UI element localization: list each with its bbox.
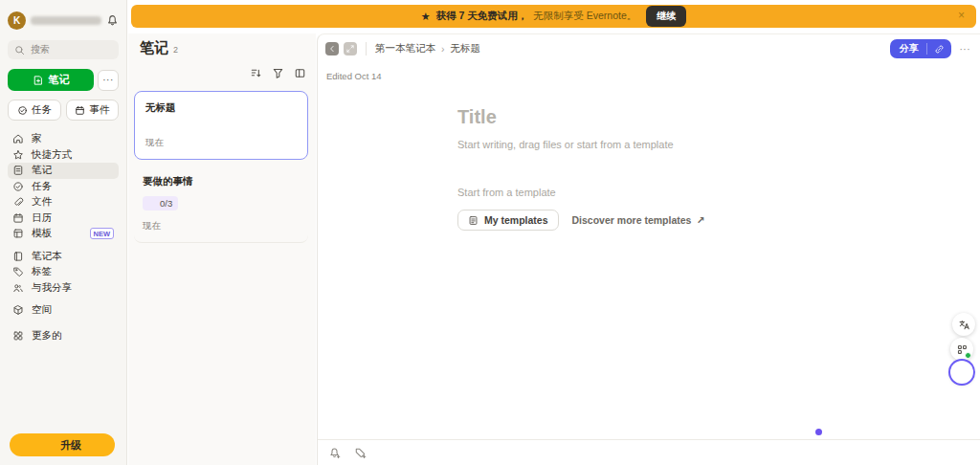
sidebar-item-tags[interactable]: 标签 — [8, 264, 119, 280]
template-actions: My templates Discover more templates ↗ — [457, 210, 980, 231]
chevron-left-icon — [327, 44, 337, 54]
sidebar-item-label: 笔记本 — [32, 250, 62, 263]
sidebar-item-label: 笔记 — [32, 164, 52, 177]
note-body-input[interactable]: Start writing, drag files or start from … — [457, 139, 980, 150]
username-redacted — [31, 16, 101, 25]
upgrade-button[interactable]: 升级 — [10, 433, 115, 456]
new-note-button[interactable]: 笔记 — [8, 69, 94, 91]
sidebar-item-templates[interactable]: 模板 NEW — [8, 226, 119, 242]
editor-panel: 第一本笔记本 › 无标题 分享 ··· Edited Oct 14 Title … — [317, 33, 980, 465]
sidebar-item-label: 模板 — [32, 227, 52, 240]
note-list-toolbar — [134, 67, 308, 79]
note-list-title: 笔记 — [140, 39, 168, 57]
nav-divider — [8, 319, 119, 328]
edited-timestamp: Edited Oct 14 — [318, 63, 980, 81]
events-quick-button[interactable]: 事件 — [66, 100, 120, 121]
search-placeholder: 搜索 — [31, 43, 50, 56]
note-title-input[interactable]: Title — [457, 106, 980, 128]
new-note-label: 笔记 — [49, 73, 70, 87]
sidebar-item-label: 与我分享 — [32, 281, 72, 295]
new-note-more-button[interactable]: ··· — [98, 70, 119, 91]
status-green-dot — [965, 352, 971, 359]
share-button[interactable]: 分享 — [890, 39, 951, 58]
sidebar-item-calendar[interactable]: 日历 — [8, 210, 119, 227]
view-layout-icon[interactable] — [294, 67, 306, 79]
breadcrumb-note[interactable]: 无标题 — [451, 42, 481, 55]
grid-icon — [12, 330, 24, 342]
template-doc-icon — [468, 215, 479, 226]
breadcrumb-separator: › — [441, 43, 445, 55]
sidebar-item-label: 家 — [32, 132, 42, 145]
sidebar-item-label: 日历 — [32, 211, 52, 225]
sidebar-item-shortcuts[interactable]: 快捷方式 — [8, 147, 119, 164]
star-outline-icon — [12, 149, 24, 161]
progress-check-icon — [146, 199, 156, 209]
note-more-button[interactable]: ··· — [960, 44, 971, 55]
reminder-bell-plus-icon[interactable] — [328, 447, 341, 459]
sidebar-item-more[interactable]: 更多的 — [8, 328, 119, 344]
cube-icon — [12, 304, 24, 316]
sidebar-item-spaces[interactable]: 空间 — [8, 302, 119, 319]
task-check-icon — [17, 105, 28, 116]
sidebar-item-notes[interactable]: 笔记 — [8, 163, 119, 179]
note-count: 2 — [173, 45, 178, 55]
translate-button[interactable] — [952, 313, 975, 336]
expand-icon — [345, 44, 355, 54]
sidebar-item-label: 文件 — [32, 195, 52, 209]
note-card-selected[interactable]: 无标题 现在 — [134, 91, 308, 160]
search-input[interactable]: 搜索 — [8, 40, 119, 59]
sidebar-nav: 家 快捷方式 笔记 任务 文件 日历 — [8, 131, 119, 343]
tasks-quick-button[interactable]: 任务 — [8, 100, 61, 121]
sidebar: K 搜索 笔记 ··· — [0, 0, 127, 465]
editor-top-actions: 分享 ··· — [890, 39, 971, 58]
banner-close-icon[interactable]: × — [958, 9, 965, 22]
sidebar-item-shared[interactable]: 与我分享 — [8, 280, 119, 297]
sidebar-item-files[interactable]: 文件 — [8, 194, 119, 210]
sort-icon[interactable] — [250, 67, 262, 79]
account-row[interactable]: K — [8, 10, 119, 31]
avatar[interactable]: K — [8, 11, 26, 30]
breadcrumb-notebook[interactable]: 第一本笔记本 — [375, 42, 435, 55]
note-time: 现在 — [143, 220, 161, 231]
nav-divider — [8, 242, 119, 249]
check-circle-icon — [12, 181, 24, 192]
note-list-header: 笔记 2 — [134, 39, 308, 57]
sidebar-item-home[interactable]: 家 — [8, 131, 119, 147]
sidebar-item-label: 任务 — [32, 180, 52, 193]
quick-buttons: 任务 事件 — [8, 100, 119, 121]
translate-icon — [958, 319, 970, 331]
add-tag-icon[interactable] — [354, 447, 367, 459]
topbar-divider — [366, 42, 367, 55]
filter-icon[interactable] — [272, 67, 284, 79]
note-plus-icon — [33, 75, 44, 86]
sidebar-item-label: 快捷方式 — [32, 148, 72, 162]
copy-link-icon[interactable] — [927, 39, 951, 58]
notifications-bell-icon[interactable] — [106, 14, 119, 27]
upgrade-rocket-icon — [43, 439, 56, 452]
editor-topbar: 第一本笔记本 › 无标题 分享 ··· — [318, 34, 980, 63]
discover-templates-link[interactable]: Discover more templates ↗ — [572, 214, 705, 226]
editor-content: Title Start writing, drag files or start… — [318, 81, 980, 231]
banner-continue-button[interactable]: 继续 — [646, 6, 686, 27]
integrations-button[interactable] — [950, 338, 973, 361]
collaboration-cursor-dot — [815, 429, 822, 435]
my-templates-button[interactable]: My templates — [457, 210, 559, 231]
sidebar-item-notebooks[interactable]: 笔记本 — [8, 249, 119, 265]
home-icon — [12, 133, 24, 144]
note-card[interactable]: 要做的事情 0/3 现在 — [134, 167, 308, 243]
task-progress-pill: 0/3 — [143, 196, 178, 210]
task-progress-value: 0/3 — [160, 198, 172, 209]
ai-assistant-button[interactable] — [950, 361, 973, 384]
new-note-row: 笔记 ··· — [8, 69, 119, 91]
event-calendar-icon — [75, 105, 85, 116]
my-templates-label: My templates — [484, 214, 548, 226]
back-button[interactable] — [325, 42, 339, 55]
ai-robot-icon — [955, 365, 969, 380]
share-label: 分享 — [890, 39, 926, 58]
expand-note-button[interactable] — [344, 42, 357, 55]
sidebar-item-tasks[interactable]: 任务 — [8, 179, 119, 195]
tag-bar — [318, 439, 980, 465]
tag-icon — [12, 266, 24, 277]
star-icon: ★ — [421, 11, 431, 23]
upgrade-label: 升级 — [60, 438, 81, 453]
